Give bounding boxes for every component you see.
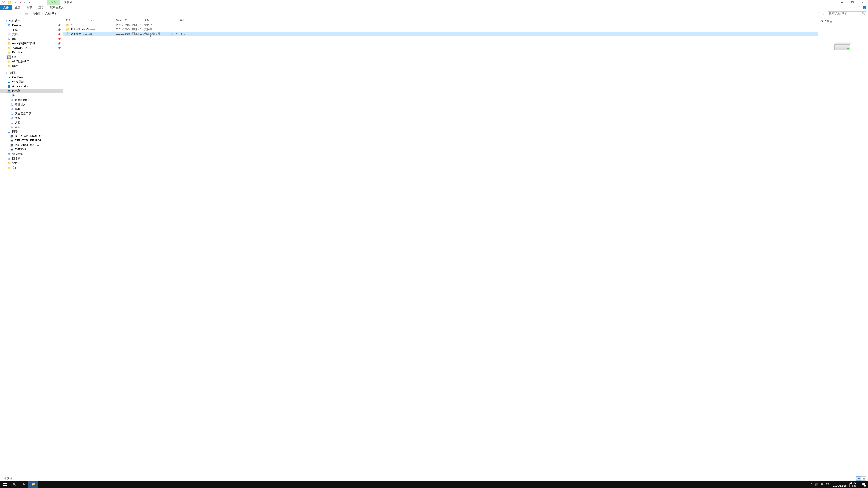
- checkbox-icon[interactable]: ✓: [14, 0, 18, 4]
- sidebar-item-label: 文档: [12, 33, 18, 36]
- sidebar-item-label: 文件: [12, 166, 18, 170]
- minimize-button[interactable]: ─: [837, 0, 847, 5]
- search-input[interactable]: 搜索"文档 (E:)" 🔍: [828, 11, 866, 16]
- sidebar-item[interactable]: ⬇下载📌: [0, 28, 63, 32]
- sidebar-item-label: 软件: [12, 161, 18, 165]
- cloud-icon: ☁: [7, 80, 11, 84]
- start-button[interactable]: [0, 481, 9, 488]
- sidebar-administrator[interactable]: 👤Administrator: [0, 84, 63, 89]
- sidebar-onedrive[interactable]: ☁OneDrive: [0, 75, 63, 79]
- sidebar-this-pc[interactable]: 💻此电脑: [0, 89, 63, 93]
- tab-view[interactable]: 查看: [35, 5, 47, 10]
- forward-button[interactable]: →: [7, 11, 13, 17]
- refresh-icon[interactable]: ↻: [820, 12, 827, 15]
- address-bar[interactable]: › 此电脑 › 文档 (E:) ›: [24, 12, 816, 15]
- sidebar-files[interactable]: 📁文件: [0, 165, 63, 170]
- sidebar-network-item[interactable]: 💻ZMT2019: [0, 147, 63, 152]
- navigation-pane[interactable]: ★快速访问 🖥Desktop📌⬇下载📌📄文档📌🖼图片📌📁excel表格制作求和📌…: [0, 17, 63, 476]
- sidebar-wps[interactable]: ☁WPS网盘: [0, 79, 63, 84]
- details-view-button[interactable]: ☰: [856, 477, 861, 481]
- sidebar-control-panel[interactable]: ⚙控制面板: [0, 152, 63, 156]
- sidebar-item[interactable]: 💽G:\: [0, 55, 63, 59]
- folder-icon[interactable]: 📁: [7, 0, 11, 4]
- sidebar-library-item[interactable]: 🗂本机照片: [0, 102, 63, 107]
- back-button[interactable]: ←: [2, 11, 7, 17]
- sidebar-item[interactable]: 📁excel表格制作求和📌: [0, 41, 63, 46]
- sidebar-item[interactable]: 📁YUNQISHI2019📌: [0, 46, 63, 50]
- recycle-icon: 🗑: [7, 157, 11, 160]
- app-icon[interactable]: [1, 0, 5, 4]
- tab-share[interactable]: 共享: [24, 5, 35, 10]
- volume-icon[interactable]: 🔊: [815, 483, 818, 486]
- close-x-icon[interactable]: ✕: [19, 0, 23, 4]
- thumbnails-view-button[interactable]: ▦: [861, 477, 866, 481]
- sidebar-library-item[interactable]: 🗂图片: [0, 116, 63, 120]
- maximize-button[interactable]: ☐: [847, 0, 858, 5]
- sidebar-desktop[interactable]: 🖥桌面: [0, 70, 63, 75]
- up-button[interactable]: ↑: [18, 11, 24, 17]
- user-icon: 👤: [7, 85, 11, 88]
- sidebar-item-label: win7重装win7: [12, 60, 29, 64]
- sort-asc-icon: ▴: [91, 19, 92, 21]
- help-icon[interactable]: ?: [863, 6, 866, 9]
- sidebar-item-label: 图片: [12, 37, 18, 41]
- sidebar-item[interactable]: 📄文档📌: [0, 32, 63, 37]
- sidebar-network-item[interactable]: 💻DESKTOP-NJEU3CG: [0, 138, 63, 143]
- sidebar-network-item[interactable]: 💻DESKTOP-LSSOEDP: [0, 134, 63, 138]
- col-type[interactable]: 类型: [144, 18, 167, 22]
- sidebar-library-item[interactable]: 🗂天翼云盘下载: [0, 111, 63, 116]
- tab-home[interactable]: 主页: [12, 5, 24, 10]
- tab-file[interactable]: 文件: [0, 5, 12, 10]
- crumb-sep-icon[interactable]: ›: [42, 12, 44, 15]
- sidebar-quick-access[interactable]: ★快速访问: [0, 19, 63, 23]
- security-icon[interactable]: 🛡: [826, 483, 829, 486]
- clock[interactable]: 16:32 2020/12/25, 星期五: [832, 482, 858, 487]
- sidebar-item[interactable]: 🖼图片📌: [0, 37, 63, 41]
- sidebar-library-item[interactable]: 🗂文档: [0, 120, 63, 125]
- sidebar-network-item[interactable]: 💻PC-20190530OBLA: [0, 143, 63, 147]
- separator: [6, 1, 6, 4]
- search-icon[interactable]: 🔍: [862, 12, 865, 15]
- crumb-sep-icon[interactable]: ›: [29, 12, 31, 15]
- sidebar-library-item[interactable]: 🗂音乐: [0, 125, 63, 129]
- action-center-button[interactable]: 💬3: [860, 481, 867, 488]
- address-dropdown-icon[interactable]: ˅: [816, 12, 820, 15]
- close-button[interactable]: ✕: [858, 0, 868, 5]
- ime-indicator[interactable]: 中: [821, 483, 824, 486]
- file-row[interactable]: 📁 BaiduNetdiskDownload 2020/12/25, 星期五 1…: [63, 27, 818, 32]
- task-view-button[interactable]: ⧉: [19, 481, 29, 488]
- col-size[interactable]: 大小: [167, 18, 185, 22]
- crumb-drive[interactable]: 文档 (E:): [45, 12, 56, 15]
- sidebar-network[interactable]: 🖧网络: [0, 129, 63, 134]
- sidebar-software[interactable]: 📁软件: [0, 161, 63, 165]
- sidebar-item[interactable]: 🖥Desktop📌: [0, 23, 63, 28]
- sidebar-library-item[interactable]: 🗂保存的图片: [0, 98, 63, 102]
- sidebar-libraries[interactable]: 🗃库: [0, 93, 63, 98]
- file-row[interactable]: 💿 Win7x64_2020.iso 2020/12/25, 星期五 1... …: [63, 32, 818, 36]
- recent-dropdown[interactable]: ˅: [13, 11, 18, 17]
- drive-icon: [25, 12, 29, 15]
- search-button[interactable]: 🔍: [9, 481, 19, 488]
- tray-overflow-icon[interactable]: ˄: [811, 483, 812, 486]
- ribbon-context-tab[interactable]: 管理: [47, 0, 60, 5]
- col-name[interactable]: 名称▴: [66, 18, 116, 22]
- explorer-taskbar-button[interactable]: 📁: [29, 481, 38, 488]
- sidebar-recycle-bin[interactable]: 🗑回收站: [0, 156, 63, 161]
- col-date[interactable]: 修改日期: [116, 18, 144, 22]
- gear-icon[interactable]: ⚙: [23, 0, 27, 4]
- crumb-this-pc[interactable]: 此电脑: [32, 12, 41, 15]
- sidebar-item[interactable]: 📁win7重装win7: [0, 59, 63, 64]
- sidebar-item[interactable]: 📁图片: [0, 64, 63, 68]
- tab-drive-tools[interactable]: 驱动器工具: [47, 5, 67, 10]
- file-row[interactable]: 📁 1 2020/12/15, 星期二 1... 文件夹: [63, 23, 818, 27]
- library-item-icon: 🗂: [10, 121, 13, 124]
- folder-icon: 📁: [7, 166, 11, 169]
- sidebar-item-label: 下载: [12, 28, 18, 32]
- pin-icon: 📌: [58, 42, 61, 45]
- crumb-sep-icon[interactable]: ›: [57, 12, 59, 15]
- collapse-ribbon-icon[interactable]: ˅: [859, 6, 860, 9]
- sidebar-item[interactable]: 📁Bandicam: [0, 50, 63, 55]
- file-list[interactable]: 名称▴ 修改日期 类型 大小 📁 1 2020/12/15, 星期二 1... …: [63, 17, 818, 476]
- sidebar-library-item[interactable]: 🗂视频: [0, 107, 63, 111]
- dropdown-icon[interactable]: ▾: [28, 0, 32, 4]
